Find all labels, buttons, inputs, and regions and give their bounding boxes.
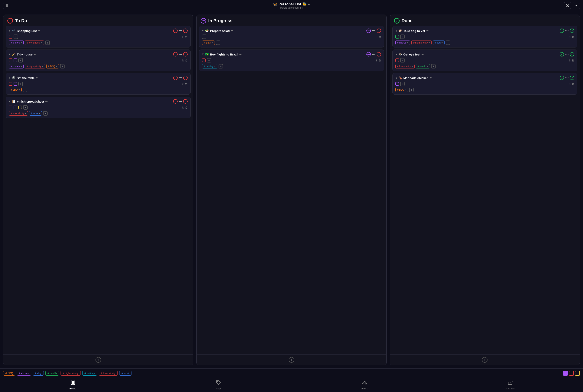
tag-remove-icon[interactable]: × <box>39 112 40 114</box>
chevron-icon[interactable]: ∨ <box>395 53 397 56</box>
nav-item-users[interactable]: Users <box>292 378 437 392</box>
task-status-red[interactable] <box>173 52 178 56</box>
copy-icon[interactable]: ⎘ <box>376 59 377 62</box>
tag-remove-icon[interactable]: × <box>56 65 57 68</box>
filter-tag-low-priority[interactable]: # low-priority <box>99 371 118 376</box>
add-tag-button[interactable]: + <box>45 40 50 45</box>
add-tag-button[interactable]: + <box>219 64 223 68</box>
nav-item-archive[interactable]: Archive <box>437 378 583 392</box>
add-sub-item-button[interactable]: + <box>23 105 28 110</box>
tag-health[interactable]: # health × <box>416 64 430 68</box>
filter-tag-health[interactable]: # health <box>45 371 59 376</box>
copy-icon[interactable]: ⎘ <box>376 35 377 38</box>
filter-tag-holiday[interactable]: # holiday <box>82 371 97 376</box>
task-status-green[interactable] <box>560 28 564 33</box>
task-status-green[interactable] <box>560 76 564 80</box>
more-menu-button[interactable]: ••• <box>179 100 182 103</box>
tag-BBQ[interactable]: # BBQ × <box>9 88 22 92</box>
task-edit-icon[interactable]: ✏ <box>426 29 429 32</box>
tag-remove-icon[interactable]: × <box>441 42 443 44</box>
tag-work[interactable]: # work × <box>29 111 42 116</box>
more-menu-button[interactable]: ••• <box>179 76 182 80</box>
task-edit-icon[interactable]: ✏ <box>422 53 424 56</box>
chevron-icon[interactable]: ∨ <box>9 29 11 32</box>
delete-icon[interactable]: 🗑 <box>378 59 381 62</box>
task-edit-icon[interactable]: ✏ <box>36 76 38 80</box>
tag-remove-icon[interactable]: × <box>42 65 43 68</box>
tag-high-priority[interactable]: # high-priority × <box>25 64 45 68</box>
copy-icon[interactable]: ⎘ <box>569 35 570 38</box>
nav-item-board[interactable]: Board <box>0 378 146 392</box>
copy-icon[interactable]: ⎘ <box>182 59 184 62</box>
tag-holiday[interactable]: # holiday × <box>202 64 217 68</box>
copy-icon[interactable]: ⎘ <box>182 106 184 109</box>
add-tag-button[interactable]: + <box>43 111 48 116</box>
tag-chores[interactable]: # chores × <box>395 40 410 45</box>
tag-BBQ[interactable]: # BBQ × <box>202 40 215 45</box>
add-card-button[interactable]: + <box>96 357 101 363</box>
add-sub-item-button[interactable]: + <box>400 34 405 39</box>
sub-checkbox-0[interactable] <box>9 35 13 38</box>
copy-icon[interactable]: ⎘ <box>182 35 184 38</box>
tag-BBQ[interactable]: # BBQ × <box>395 88 408 92</box>
task-status-none[interactable] <box>366 52 371 56</box>
sub-checkbox-0[interactable] <box>395 82 399 86</box>
sub-checkbox-1[interactable] <box>14 106 17 109</box>
tag-remove-icon[interactable]: × <box>21 42 22 44</box>
chevron-icon[interactable]: ∨ <box>395 29 397 32</box>
chevron-icon[interactable]: ∨ <box>395 76 397 79</box>
delete-icon[interactable]: 🗑 <box>571 35 574 38</box>
more-menu-button[interactable]: ••• <box>372 52 375 56</box>
color-box-0[interactable] <box>563 371 568 376</box>
chevron-icon[interactable]: ∨ <box>202 53 204 56</box>
delete-icon[interactable]: 🗑 <box>378 35 381 38</box>
delete-icon[interactable]: 🗑 <box>571 82 574 86</box>
add-sub-item-button[interactable]: + <box>207 58 211 62</box>
task-status-none[interactable] <box>366 28 371 33</box>
chevron-icon[interactable]: ∨ <box>9 76 11 79</box>
task-complete-button[interactable] <box>183 28 188 33</box>
task-complete-button[interactable] <box>183 76 188 80</box>
filter-tag-high-priority[interactable]: # high-priority <box>61 371 81 376</box>
delete-icon[interactable]: 🗑 <box>185 82 188 86</box>
filter-tag-work[interactable]: # work <box>119 371 131 376</box>
task-edit-icon[interactable]: ✏ <box>45 100 48 103</box>
sub-checkbox-0[interactable] <box>202 58 206 62</box>
task-complete-button[interactable] <box>377 52 381 56</box>
sub-checkbox-1[interactable] <box>14 58 17 62</box>
tag-remove-icon[interactable]: × <box>429 42 430 44</box>
sub-checkbox-2[interactable] <box>18 106 22 109</box>
add-tag-button[interactable]: + <box>60 64 65 68</box>
tag-remove-icon[interactable]: × <box>41 42 42 44</box>
delete-icon[interactable]: 🗑 <box>185 59 188 62</box>
delete-icon[interactable]: 🗑 <box>571 59 574 62</box>
title-edit-icon[interactable]: ✏ <box>308 3 310 6</box>
tag-remove-icon[interactable]: × <box>25 112 26 114</box>
task-edit-icon[interactable]: ✏ <box>38 29 40 32</box>
more-menu-button[interactable]: ••• <box>179 29 182 32</box>
nav-item-tags[interactable]: Tags <box>146 378 292 392</box>
filter-tag-BBQ[interactable]: # BBQ <box>3 371 15 376</box>
task-status-red[interactable] <box>173 28 178 33</box>
tag-BBQ[interactable]: # BBQ × <box>46 64 59 68</box>
sub-checkbox-0[interactable] <box>395 35 399 38</box>
tag-remove-icon[interactable]: × <box>407 42 408 44</box>
tag-high-priority[interactable]: # high-priority × <box>411 40 432 45</box>
task-complete-button[interactable] <box>570 28 574 33</box>
add-tag-button[interactable]: + <box>23 88 27 92</box>
delete-icon[interactable]: 🗑 <box>185 35 188 38</box>
filter-tag-chores[interactable]: # chores <box>17 371 31 376</box>
task-status-red[interactable] <box>173 76 178 80</box>
chevron-icon[interactable]: ∨ <box>9 53 11 56</box>
task-status-green[interactable] <box>560 52 564 56</box>
more-menu-button[interactable]: ••• <box>565 76 569 80</box>
menu-button[interactable]: ☰ <box>3 2 11 9</box>
more-menu-button[interactable]: ••• <box>372 29 375 32</box>
task-edit-icon[interactable]: ✏ <box>430 76 432 80</box>
add-tag-button[interactable]: + <box>409 88 414 92</box>
tag-remove-icon[interactable]: × <box>21 65 22 68</box>
task-complete-button[interactable] <box>183 99 188 104</box>
add-sub-item-button[interactable]: + <box>18 82 23 86</box>
tag-remove-icon[interactable]: × <box>405 88 406 91</box>
add-sub-item-button[interactable]: + <box>400 58 405 62</box>
